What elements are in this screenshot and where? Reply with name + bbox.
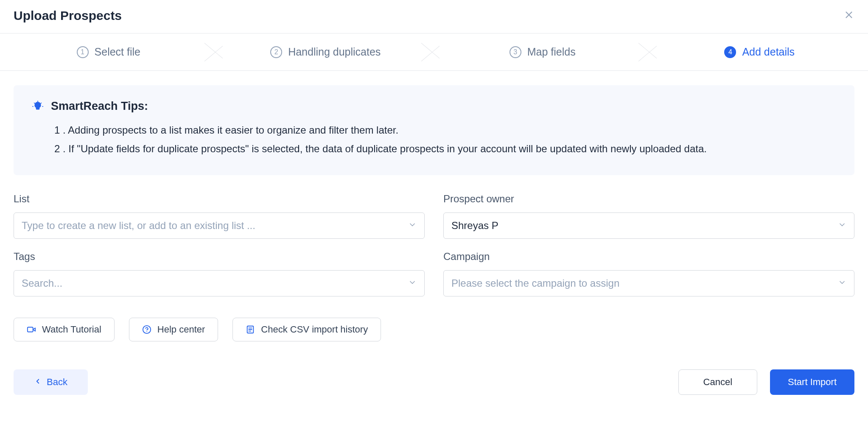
step-number: 2: [270, 46, 282, 58]
owner-value: Shreyas P: [451, 220, 498, 232]
tags-label: Tags: [14, 251, 425, 263]
stepper: 1 Select file 2 Handling duplicates 3 Ma…: [0, 34, 868, 71]
tips-box: SmartReach Tips: 1 . Adding prospects to…: [14, 85, 854, 175]
start-import-label: Start Import: [788, 377, 837, 387]
help-center-label: Help center: [157, 324, 205, 335]
campaign-field: Campaign Please select the campaign to a…: [443, 251, 854, 296]
owner-field: Prospect owner Shreyas P: [443, 193, 854, 239]
close-button[interactable]: [843, 9, 854, 22]
modal-footer: Back Cancel Start Import: [0, 369, 868, 407]
footer-right: Cancel Start Import: [678, 369, 854, 395]
step-label: Handling duplicates: [288, 46, 381, 58]
list-field: List Type to create a new list, or add t…: [14, 193, 425, 239]
tip-item: 2 . If "Update fields for duplicate pros…: [54, 141, 836, 157]
watch-tutorial-button[interactable]: Watch Tutorial: [14, 318, 115, 341]
tags-field: Tags Search...: [14, 251, 425, 296]
tags-placeholder: Search...: [22, 277, 62, 289]
modal-header: Upload Prospects: [0, 0, 868, 34]
step-handling-duplicates[interactable]: 2 Handling duplicates: [217, 34, 434, 70]
tips-heading: SmartReach Tips:: [51, 100, 148, 113]
chevron-down-icon: [408, 278, 417, 288]
step-add-details[interactable]: 4 Add details: [651, 34, 868, 70]
step-map-fields[interactable]: 3 Map fields: [434, 34, 651, 70]
cancel-button[interactable]: Cancel: [678, 369, 757, 395]
tip-item: 1 . Adding prospects to a list makes it …: [54, 122, 836, 138]
step-label: Map fields: [527, 46, 576, 58]
help-icon: [142, 325, 151, 334]
lightbulb-icon: [32, 101, 43, 112]
owner-label: Prospect owner: [443, 193, 854, 205]
start-import-button[interactable]: Start Import: [770, 369, 854, 395]
helper-row: Watch Tutorial Help center Check CSV imp…: [14, 318, 854, 341]
chevron-down-icon: [408, 221, 417, 231]
back-label: Back: [47, 377, 67, 388]
close-icon: [843, 9, 854, 20]
video-icon: [27, 325, 36, 334]
owner-select[interactable]: Shreyas P: [443, 212, 854, 239]
step-label: Select file: [95, 46, 140, 58]
chevron-down-icon: [838, 221, 846, 231]
help-center-button[interactable]: Help center: [129, 318, 218, 341]
modal-title: Upload Prospects: [14, 8, 122, 23]
tips-header: SmartReach Tips:: [32, 100, 836, 113]
upload-prospects-modal: Upload Prospects 1 Select file 2 Handlin…: [0, 0, 868, 407]
cancel-label: Cancel: [703, 377, 732, 387]
modal-content: SmartReach Tips: 1 . Adding prospects to…: [0, 71, 868, 350]
csv-history-label: Check CSV import history: [261, 324, 368, 335]
chevron-down-icon: [838, 278, 846, 288]
step-number: 1: [77, 46, 89, 58]
form-grid: List Type to create a new list, or add t…: [14, 193, 854, 296]
list-label: List: [14, 193, 425, 205]
csv-history-button[interactable]: Check CSV import history: [232, 318, 381, 341]
svg-rect-2: [28, 327, 33, 332]
list-icon: [246, 325, 255, 334]
step-number: 3: [510, 46, 521, 58]
chevron-left-icon: [34, 377, 42, 388]
tips-list: 1 . Adding prospects to a list makes it …: [32, 122, 836, 157]
campaign-select[interactable]: Please select the campaign to assign: [443, 270, 854, 296]
step-number: 4: [724, 46, 736, 58]
list-select[interactable]: Type to create a new list, or add to an …: [14, 212, 425, 239]
watch-tutorial-label: Watch Tutorial: [42, 324, 101, 335]
step-label: Add details: [742, 46, 795, 58]
campaign-placeholder: Please select the campaign to assign: [451, 277, 619, 289]
tags-select[interactable]: Search...: [14, 270, 425, 296]
back-button[interactable]: Back: [14, 369, 88, 395]
campaign-label: Campaign: [443, 251, 854, 263]
list-placeholder: Type to create a new list, or add to an …: [22, 220, 255, 232]
step-select-file[interactable]: 1 Select file: [0, 34, 217, 70]
